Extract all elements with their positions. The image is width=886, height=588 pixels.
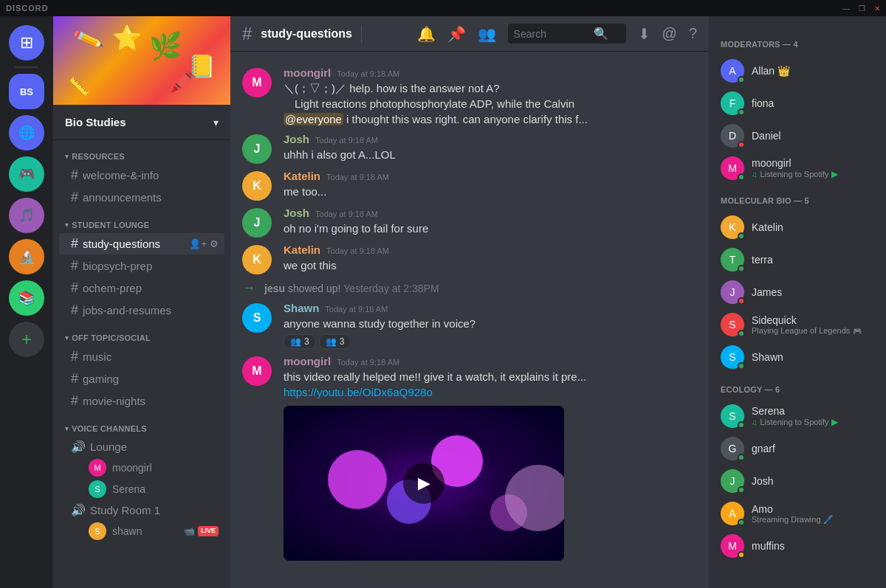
member-name: James [752, 286, 874, 298]
reactions: 👥 3 👥 3 [284, 334, 697, 349]
message-author: Josh [284, 133, 309, 145]
member-katelin[interactable]: K Katelin [715, 211, 880, 243]
video-icon: 📹 [184, 526, 195, 536]
play-button-icon[interactable]: ▶ [403, 463, 444, 504]
member-fiona[interactable]: F fiona [715, 87, 880, 120]
search-box[interactable]: 🔍 [508, 24, 626, 44]
video-embed[interactable]: ▶ [284, 406, 564, 561]
channel-jobs-resumes[interactable]: # jobs-and-resumes [59, 300, 224, 321]
server-banner-art: ✏️ ⭐ 🌿 📒 📏 🖍️ [53, 16, 230, 105]
member-moongirl[interactable]: M moongirl ♫ Listening to Spotify ▶ [715, 152, 880, 184]
avatar: D [721, 124, 744, 148]
server-icon-4[interactable]: 🔬 [9, 239, 44, 274]
member-amo[interactable]: A Amo Streaming Drawing 🖊️ [715, 497, 880, 530]
voice-user-serena[interactable]: S Serena [59, 479, 224, 499]
message-content: Shawn Today at 9:18 AM anyone wanna stud… [284, 302, 697, 349]
video-blob-5 [505, 465, 564, 531]
members-icon[interactable]: 👥 [478, 25, 496, 43]
message-timestamp: Today at 9:18 AM [315, 210, 378, 218]
channel-gaming[interactable]: # gaming [59, 368, 224, 390]
reaction-button[interactable]: 👥 3 [319, 334, 351, 349]
bell-icon[interactable]: 🔔 [417, 25, 436, 43]
channel-ochem-prep[interactable]: # ochem-prep [59, 277, 224, 299]
message-header: Katelin Today at 9:18 AM [284, 243, 697, 256]
message-author: Josh [284, 207, 309, 219]
category-off-topic-label: OFF TOPIC/SOCIAL [72, 333, 151, 342]
member-gnarf[interactable]: G gnarf [715, 432, 880, 465]
channel-movie-nights[interactable]: # movie-nights [59, 390, 224, 412]
server-icon-2[interactable]: 🎮 [9, 156, 44, 192]
channel-music[interactable]: # music [59, 346, 224, 367]
discord-home-button[interactable]: ⊞ [9, 25, 44, 60]
category-off-topic[interactable]: ▾ OFF TOPIC/SOCIAL [53, 322, 230, 345]
member-terra[interactable]: T terra [715, 243, 880, 276]
category-student-lounge[interactable]: ▾ STUDENT LOUNGE [53, 209, 230, 232]
member-josh[interactable]: J Josh [715, 465, 880, 497]
server-icon-3[interactable]: 🎵 [9, 198, 44, 233]
channel-welcome-info[interactable]: # welcome-&-info [59, 165, 224, 186]
server-header[interactable]: Bio Studies ▾ [53, 105, 230, 140]
add-member-icon: 👤+ [189, 238, 207, 249]
maximize-button[interactable]: ❐ [859, 4, 865, 13]
category-resources[interactable]: ▾ RESOURCES [53, 140, 230, 164]
member-daniel[interactable]: D Daniel [715, 120, 880, 152]
message-timestamp: Today at 9:18 AM [326, 173, 389, 181]
server-icon-1[interactable]: 🌐 [9, 115, 44, 151]
member-serena[interactable]: S Serena ♫ Listening to Spotify ▶ [715, 400, 880, 432]
activity-text: Playing League of Legends [752, 326, 850, 335]
message-text: uhhh i also got A...LOL [284, 147, 697, 162]
message-content: Katelin Today at 9:18 AM me too... [284, 170, 697, 199]
member-info: Shawn [752, 351, 874, 363]
activity-text: Listening to Spotify [760, 170, 829, 179]
member-sidequick[interactable]: S Sidequick Playing League of Legends 🎮 [715, 308, 880, 341]
speaker-icon: 🔊 [71, 440, 86, 454]
close-button[interactable]: ✕ [874, 4, 880, 13]
search-input[interactable] [514, 28, 588, 40]
message-content: Katelin Today at 9:18 AM we got this [284, 243, 697, 273]
member-name: terra [752, 254, 874, 266]
reaction-button[interactable]: 👥 3 [284, 334, 316, 349]
server-bio-studies[interactable]: BS [9, 74, 44, 109]
video-link[interactable]: https://youtu.be/OiDx6aQ928o [284, 386, 433, 398]
voice-user-shawn[interactable]: S shawn 📹 LIVE [59, 521, 224, 542]
mention-icon[interactable]: @ [662, 25, 677, 42]
message-group: J Josh Today at 9:18 AM oh no i'm going … [230, 204, 709, 241]
channel-announcements[interactable]: # announcements [59, 187, 224, 208]
minimize-button[interactable]: — [842, 4, 850, 13]
avatar: J [721, 469, 744, 493]
status-indicator [738, 232, 745, 240]
titlebar-title: DISCORD [6, 4, 49, 13]
everyone-mention: @everyone [284, 113, 343, 125]
voice-channel-lounge[interactable]: 🔊 Lounge [59, 437, 224, 457]
channel-name: movie-nights [83, 395, 219, 407]
member-james[interactable]: J James [715, 276, 880, 308]
pin-icon[interactable]: 📌 [447, 25, 466, 43]
add-server-button[interactable]: + [9, 322, 44, 357]
member-allan[interactable]: A Allan 👑 [715, 55, 880, 87]
channel-biopsych-prep[interactable]: # biopsych-prep [59, 255, 224, 277]
activity-text: Listening to Spotify [760, 418, 829, 426]
channel-name: announcements [83, 191, 219, 204]
download-icon[interactable]: ⬇ [638, 25, 650, 43]
member-info: Katelin [752, 221, 874, 233]
message-header: Shawn Today at 9:18 AM [284, 302, 697, 314]
voice-channel-study-room-1[interactable]: 🔊 Study Room 1 [59, 500, 224, 520]
voice-user-moongirl[interactable]: M moongirl [59, 457, 224, 478]
channel-name: welcome-&-info [83, 169, 219, 181]
hash-icon: # [71, 302, 78, 318]
search-icon: 🔍 [594, 27, 608, 41]
message-header: Josh Today at 9:18 AM [284, 207, 697, 219]
message-header: moongirl Today at 9:18 AM [284, 66, 697, 79]
member-muffins[interactable]: M muffins [715, 530, 880, 562]
video-blob-1 [328, 450, 387, 509]
member-shawn[interactable]: S Shawn [715, 341, 880, 373]
server-icon-5[interactable]: 📚 [9, 280, 44, 316]
channel-study-questions[interactable]: # study-questions 👤+ ⚙ [59, 233, 224, 255]
member-info: fiona [752, 97, 874, 109]
help-icon[interactable]: ? [689, 25, 697, 42]
category-voice-channels[interactable]: ▾ VOICE CHANNELS [53, 412, 230, 436]
banner-pencil-icon: ✏️ [72, 24, 104, 55]
channel-name: music [83, 350, 219, 363]
channel-name: ochem-prep [83, 282, 219, 294]
message-timestamp: Today at 9:18 AM [337, 69, 399, 78]
